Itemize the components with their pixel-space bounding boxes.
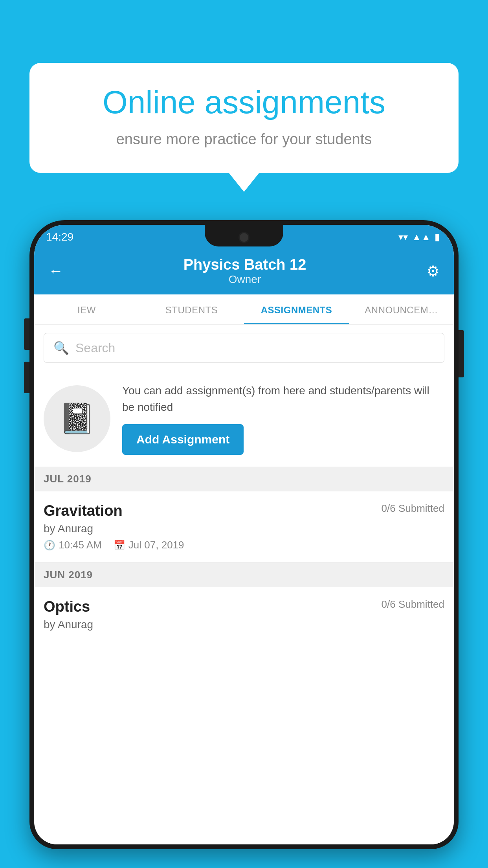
status-icons: ▾▾ ▲▲ ▮ xyxy=(398,232,440,243)
assignment-time-gravitation: 🕐 10:45 AM xyxy=(44,539,102,551)
tab-announcements[interactable]: ANNOUNCEM… xyxy=(349,294,454,324)
fade-gradient xyxy=(34,813,454,844)
phone-outer: 14:29 ▾▾ ▲▲ ▮ ← Physics Batch 12 Owner ⚙ xyxy=(29,220,459,849)
assignment-date-gravitation: 📅 Jul 07, 2019 xyxy=(114,539,184,551)
header-subtitle: Owner xyxy=(183,273,306,286)
info-icon-circle: 📓 xyxy=(44,385,110,452)
battery-icon: ▮ xyxy=(435,232,440,243)
assignment-meta-gravitation: 🕐 10:45 AM 📅 Jul 07, 2019 xyxy=(44,539,444,551)
tab-students[interactable]: STUDENTS xyxy=(139,294,244,324)
assignment-author-optics: by Anurag xyxy=(44,618,444,631)
info-description: You can add assignment(s) from here and … xyxy=(122,383,444,416)
wifi-icon: ▾▾ xyxy=(398,232,408,243)
assignment-name-optics: Optics xyxy=(44,598,90,615)
calendar-icon: 📅 xyxy=(114,540,125,551)
tab-iew[interactable]: IEW xyxy=(34,294,139,324)
assignment-submitted-optics: 0/6 Submitted xyxy=(382,598,444,611)
header-title: Physics Batch 12 xyxy=(183,256,306,273)
info-content: You can add assignment(s) from here and … xyxy=(122,383,444,455)
tabs-bar: IEW STUDENTS ASSIGNMENTS ANNOUNCEM… xyxy=(34,294,454,325)
search-icon: 🔍 xyxy=(53,340,69,355)
app-header: ← Physics Batch 12 Owner ⚙ xyxy=(34,249,454,294)
assignment-top-gravitation: Gravitation 0/6 Submitted xyxy=(44,502,444,519)
phone-button-power xyxy=(459,330,464,377)
signal-icon: ▲▲ xyxy=(412,232,431,243)
phone-screen: 14:29 ▾▾ ▲▲ ▮ ← Physics Batch 12 Owner ⚙ xyxy=(34,225,454,844)
search-container: 🔍 Search xyxy=(34,325,454,371)
bubble-subtitle: ensure more practice for your students xyxy=(55,130,433,149)
assignment-gravitation[interactable]: Gravitation 0/6 Submitted by Anurag 🕐 10… xyxy=(34,491,454,563)
header-center: Physics Batch 12 Owner xyxy=(183,256,306,286)
status-time: 14:29 xyxy=(46,231,73,243)
notebook-icon: 📓 xyxy=(59,401,95,436)
assignment-optics[interactable]: Optics 0/6 Submitted by Anurag xyxy=(34,587,454,646)
phone-button-vol-down xyxy=(24,362,29,393)
phone-notch xyxy=(205,225,283,246)
bubble-title: Online assignments xyxy=(55,85,433,120)
back-button[interactable]: ← xyxy=(48,263,63,280)
speech-bubble-container: Online assignments ensure more practice … xyxy=(29,63,459,173)
info-card: 📓 You can add assignment(s) from here an… xyxy=(34,371,454,467)
section-header-jul2019: JUL 2019 xyxy=(34,467,454,491)
assignment-submitted-gravitation: 0/6 Submitted xyxy=(382,502,444,515)
settings-icon[interactable]: ⚙ xyxy=(426,263,440,280)
phone-button-vol-up xyxy=(24,318,29,350)
search-bar[interactable]: 🔍 Search xyxy=(44,333,444,363)
assignment-author-gravitation: by Anurag xyxy=(44,522,444,535)
speech-bubble: Online assignments ensure more practice … xyxy=(29,63,459,173)
tab-assignments[interactable]: ASSIGNMENTS xyxy=(244,294,349,324)
clock-icon: 🕐 xyxy=(44,540,55,551)
add-assignment-button[interactable]: Add Assignment xyxy=(122,424,244,455)
search-placeholder: Search xyxy=(75,341,115,355)
assignment-name-gravitation: Gravitation xyxy=(44,502,123,519)
assignment-top-optics: Optics 0/6 Submitted xyxy=(44,598,444,615)
section-header-jun2019: JUN 2019 xyxy=(34,563,454,587)
phone-frame: 14:29 ▾▾ ▲▲ ▮ ← Physics Batch 12 Owner ⚙ xyxy=(29,220,459,868)
phone-camera xyxy=(238,232,250,243)
